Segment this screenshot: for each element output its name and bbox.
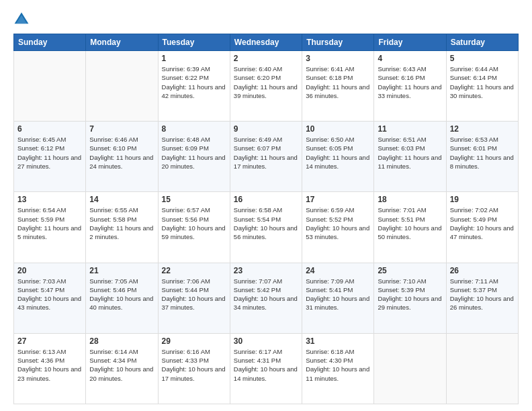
day-number: 18: [378, 195, 442, 204]
calendar-cell: 15Sunrise: 6:57 AM Sunset: 5:56 PM Dayli…: [158, 192, 230, 263]
day-info: Sunrise: 6:14 AM Sunset: 4:34 PM Dayligh…: [89, 347, 154, 383]
calendar-cell: 23Sunrise: 7:07 AM Sunset: 5:42 PM Dayli…: [230, 263, 302, 333]
calendar-cell: 7Sunrise: 6:46 AM Sunset: 6:10 PM Daylig…: [86, 122, 158, 192]
day-number: 4: [378, 54, 442, 63]
day-number: 5: [450, 54, 515, 63]
calendar-cell: 17Sunrise: 6:59 AM Sunset: 5:52 PM Dayli…: [302, 192, 374, 263]
day-info: Sunrise: 6:13 AM Sunset: 4:36 PM Dayligh…: [17, 347, 82, 383]
day-number: 11: [378, 124, 442, 134]
day-info: Sunrise: 6:55 AM Sunset: 5:58 PM Dayligh…: [89, 205, 154, 241]
calendar-cell: 31Sunrise: 6:18 AM Sunset: 4:30 PM Dayli…: [302, 333, 374, 404]
calendar-cell: 13Sunrise: 6:54 AM Sunset: 5:59 PM Dayli…: [14, 192, 86, 263]
day-info: Sunrise: 6:45 AM Sunset: 6:12 PM Dayligh…: [17, 135, 82, 171]
calendar-cell: 3Sunrise: 6:41 AM Sunset: 6:18 PM Daylig…: [302, 51, 374, 122]
calendar-cell: 9Sunrise: 6:49 AM Sunset: 6:07 PM Daylig…: [230, 122, 302, 192]
calendar-week-5: 27Sunrise: 6:13 AM Sunset: 4:36 PM Dayli…: [14, 333, 519, 404]
calendar-header-row: SundayMondayTuesdayWednesdayThursdayFrid…: [14, 34, 519, 51]
day-info: Sunrise: 6:44 AM Sunset: 6:14 PM Dayligh…: [450, 64, 515, 100]
day-info: Sunrise: 7:03 AM Sunset: 5:47 PM Dayligh…: [17, 277, 82, 312]
header: [13, 11, 519, 27]
day-info: Sunrise: 6:46 AM Sunset: 6:10 PM Dayligh…: [89, 135, 154, 171]
col-header-thursday: Thursday: [302, 34, 374, 51]
day-number: 25: [378, 266, 442, 275]
day-info: Sunrise: 7:10 AM Sunset: 5:39 PM Dayligh…: [378, 277, 442, 312]
day-info: Sunrise: 7:06 AM Sunset: 5:44 PM Dayligh…: [162, 277, 226, 312]
calendar-cell: 10Sunrise: 6:50 AM Sunset: 6:05 PM Dayli…: [302, 122, 374, 192]
day-info: Sunrise: 6:17 AM Sunset: 4:31 PM Dayligh…: [234, 347, 298, 383]
day-number: 22: [162, 266, 226, 275]
calendar-cell: 30Sunrise: 6:17 AM Sunset: 4:31 PM Dayli…: [230, 333, 302, 404]
day-number: 14: [89, 195, 154, 204]
day-info: Sunrise: 6:48 AM Sunset: 6:09 PM Dayligh…: [162, 135, 226, 171]
day-info: Sunrise: 6:58 AM Sunset: 5:54 PM Dayligh…: [234, 205, 298, 241]
day-number: 26: [450, 266, 515, 275]
col-header-wednesday: Wednesday: [230, 34, 302, 51]
calendar-cell: 4Sunrise: 6:43 AM Sunset: 6:16 PM Daylig…: [374, 51, 446, 122]
day-number: 29: [162, 336, 226, 346]
calendar-week-3: 13Sunrise: 6:54 AM Sunset: 5:59 PM Dayli…: [14, 192, 519, 263]
col-header-monday: Monday: [86, 34, 158, 51]
day-info: Sunrise: 6:54 AM Sunset: 5:59 PM Dayligh…: [17, 205, 82, 241]
day-number: 30: [234, 336, 298, 346]
calendar-cell: [14, 51, 86, 122]
calendar-cell: 12Sunrise: 6:53 AM Sunset: 6:01 PM Dayli…: [446, 122, 518, 192]
col-header-tuesday: Tuesday: [158, 34, 230, 51]
calendar-cell: [374, 333, 446, 404]
calendar-cell: 19Sunrise: 7:02 AM Sunset: 5:49 PM Dayli…: [446, 192, 518, 263]
day-info: Sunrise: 6:41 AM Sunset: 6:18 PM Dayligh…: [306, 64, 370, 100]
calendar-cell: 25Sunrise: 7:10 AM Sunset: 5:39 PM Dayli…: [374, 263, 446, 333]
day-number: 12: [450, 124, 515, 134]
day-number: 6: [17, 124, 82, 134]
day-info: Sunrise: 7:05 AM Sunset: 5:46 PM Dayligh…: [89, 277, 154, 312]
day-info: Sunrise: 6:50 AM Sunset: 6:05 PM Dayligh…: [306, 135, 370, 171]
day-number: 24: [306, 266, 370, 275]
day-info: Sunrise: 6:40 AM Sunset: 6:20 PM Dayligh…: [234, 64, 298, 100]
day-number: 27: [17, 336, 82, 346]
day-number: 17: [306, 195, 370, 204]
calendar-cell: 29Sunrise: 6:16 AM Sunset: 4:33 PM Dayli…: [158, 333, 230, 404]
day-info: Sunrise: 7:02 AM Sunset: 5:49 PM Dayligh…: [450, 205, 515, 241]
day-number: 10: [306, 124, 370, 134]
calendar-week-2: 6Sunrise: 6:45 AM Sunset: 6:12 PM Daylig…: [14, 122, 519, 192]
calendar-table: SundayMondayTuesdayWednesdayThursdayFrid…: [13, 34, 519, 404]
day-info: Sunrise: 7:01 AM Sunset: 5:51 PM Dayligh…: [378, 205, 442, 241]
calendar-cell: 27Sunrise: 6:13 AM Sunset: 4:36 PM Dayli…: [14, 333, 86, 404]
day-info: Sunrise: 6:16 AM Sunset: 4:33 PM Dayligh…: [162, 347, 226, 383]
calendar-cell: 5Sunrise: 6:44 AM Sunset: 6:14 PM Daylig…: [446, 51, 518, 122]
day-number: 16: [234, 195, 298, 204]
day-number: 15: [162, 195, 226, 204]
calendar-week-4: 20Sunrise: 7:03 AM Sunset: 5:47 PM Dayli…: [14, 263, 519, 333]
day-info: Sunrise: 6:18 AM Sunset: 4:30 PM Dayligh…: [306, 347, 370, 383]
calendar-cell: 2Sunrise: 6:40 AM Sunset: 6:20 PM Daylig…: [230, 51, 302, 122]
day-number: 8: [162, 124, 226, 134]
day-number: 23: [234, 266, 298, 275]
calendar-cell: 21Sunrise: 7:05 AM Sunset: 5:46 PM Dayli…: [86, 263, 158, 333]
calendar-cell: 8Sunrise: 6:48 AM Sunset: 6:09 PM Daylig…: [158, 122, 230, 192]
calendar-cell: 14Sunrise: 6:55 AM Sunset: 5:58 PM Dayli…: [86, 192, 158, 263]
day-info: Sunrise: 7:09 AM Sunset: 5:41 PM Dayligh…: [306, 277, 370, 312]
day-number: 3: [306, 54, 370, 63]
calendar-cell: 28Sunrise: 6:14 AM Sunset: 4:34 PM Dayli…: [86, 333, 158, 404]
col-header-friday: Friday: [374, 34, 446, 51]
calendar-cell: 16Sunrise: 6:58 AM Sunset: 5:54 PM Dayli…: [230, 192, 302, 263]
calendar-cell: 26Sunrise: 7:11 AM Sunset: 5:37 PM Dayli…: [446, 263, 518, 333]
day-number: 31: [306, 336, 370, 346]
day-info: Sunrise: 6:59 AM Sunset: 5:52 PM Dayligh…: [306, 205, 370, 241]
day-number: 20: [17, 266, 82, 275]
calendar-week-1: 1Sunrise: 6:39 AM Sunset: 6:22 PM Daylig…: [14, 51, 519, 122]
col-header-sunday: Sunday: [14, 34, 86, 51]
day-info: Sunrise: 6:49 AM Sunset: 6:07 PM Dayligh…: [234, 135, 298, 171]
day-info: Sunrise: 6:51 AM Sunset: 6:03 PM Dayligh…: [378, 135, 442, 171]
day-info: Sunrise: 6:43 AM Sunset: 6:16 PM Dayligh…: [378, 64, 442, 100]
calendar-cell: [446, 333, 518, 404]
day-info: Sunrise: 6:39 AM Sunset: 6:22 PM Dayligh…: [162, 64, 226, 100]
day-number: 7: [89, 124, 154, 134]
day-info: Sunrise: 6:53 AM Sunset: 6:01 PM Dayligh…: [450, 135, 515, 171]
day-number: 21: [89, 266, 154, 275]
day-number: 13: [17, 195, 82, 204]
calendar-cell: [86, 51, 158, 122]
calendar-cell: 1Sunrise: 6:39 AM Sunset: 6:22 PM Daylig…: [158, 51, 230, 122]
day-info: Sunrise: 6:57 AM Sunset: 5:56 PM Dayligh…: [162, 205, 226, 241]
day-number: 19: [450, 195, 515, 204]
calendar-cell: 18Sunrise: 7:01 AM Sunset: 5:51 PM Dayli…: [374, 192, 446, 263]
